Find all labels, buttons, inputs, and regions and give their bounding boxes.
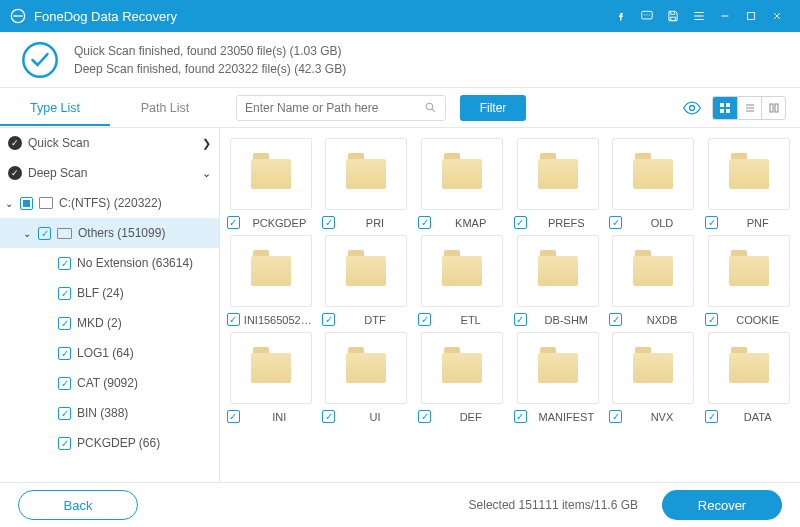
file-label: NVX <box>626 411 697 423</box>
tree-label: BLF (24) <box>77 286 211 300</box>
file-thumb <box>325 332 407 404</box>
svg-rect-14 <box>775 104 778 112</box>
view-detail-button[interactable] <box>761 97 785 119</box>
checkbox-icon[interactable]: ✓ <box>514 216 527 229</box>
app-title: FoneDog Data Recovery <box>34 9 608 24</box>
checkbox-icon[interactable]: ✓ <box>58 317 71 330</box>
file-item[interactable]: ✓DB-SHM <box>513 235 603 326</box>
checkbox-icon[interactable]: ✓ <box>322 216 335 229</box>
file-item[interactable]: ✓UI <box>322 332 412 423</box>
back-button[interactable]: Back <box>18 490 138 520</box>
checkbox-icon[interactable]: ✓ <box>58 437 71 450</box>
checkbox-icon[interactable]: ✓ <box>58 377 71 390</box>
checkbox-icon[interactable]: ✓ <box>418 313 431 326</box>
search-input-wrap[interactable] <box>236 95 446 121</box>
checkbox-icon[interactable]: ✓ <box>58 257 71 270</box>
feedback-icon[interactable] <box>634 3 660 29</box>
tree-item[interactable]: ✓BLF (24) <box>0 278 219 308</box>
maximize-icon[interactable] <box>738 3 764 29</box>
folder-icon <box>57 228 72 239</box>
view-grid-button[interactable] <box>713 97 737 119</box>
tree-label: Quick Scan <box>28 136 196 150</box>
file-item[interactable]: ✓COOKIE <box>704 235 794 326</box>
file-item[interactable]: ✓NXDB <box>609 235 699 326</box>
tree-item[interactable]: ✓LOG1 (64) <box>0 338 219 368</box>
tab-path-list[interactable]: Path List <box>110 91 220 125</box>
file-item[interactable]: ✓DTF <box>322 235 412 326</box>
checkbox-icon[interactable]: ✓ <box>58 347 71 360</box>
tab-type-list[interactable]: Type List <box>0 91 110 125</box>
checkbox-icon[interactable]: ✓ <box>227 410 240 423</box>
file-item[interactable]: ✓PNF <box>704 138 794 229</box>
tree-item[interactable]: ✓CAT (9092) <box>0 368 219 398</box>
checkbox-icon[interactable]: ✓ <box>514 410 527 423</box>
minimize-icon[interactable] <box>712 3 738 29</box>
filter-button[interactable]: Filter <box>460 95 526 121</box>
titlebar: FoneDog Data Recovery <box>0 0 800 32</box>
file-item[interactable]: ✓MANIFEST <box>513 332 603 423</box>
folder-icon <box>442 353 482 383</box>
checkbox-icon[interactable]: ✓ <box>705 313 718 326</box>
tree-item[interactable]: ✓MKD (2) <box>0 308 219 338</box>
checkbox-icon[interactable]: ✓ <box>418 410 431 423</box>
file-label: DEF <box>435 411 506 423</box>
file-item[interactable]: ✓KMAP <box>417 138 507 229</box>
svg-point-6 <box>23 43 56 76</box>
file-label: INI1565052569 <box>244 314 315 326</box>
checkbox-icon[interactable]: ✓ <box>609 313 622 326</box>
tree-others[interactable]: ⌄ ✓ Others (151099) <box>0 218 219 248</box>
tree-item[interactable]: ✓PCKGDEP (66) <box>0 428 219 458</box>
checkbox-icon[interactable]: ✓ <box>58 287 71 300</box>
view-list-button[interactable] <box>737 97 761 119</box>
search-input[interactable] <box>245 101 424 115</box>
checkbox-icon[interactable]: ✓ <box>514 313 527 326</box>
svg-rect-11 <box>720 109 724 113</box>
file-thumb <box>230 332 312 404</box>
tree-item[interactable]: ✓No Extension (63614) <box>0 248 219 278</box>
checkbox-icon[interactable]: ✓ <box>609 216 622 229</box>
file-item[interactable]: ✓ETL <box>417 235 507 326</box>
file-label: KMAP <box>435 217 506 229</box>
svg-point-7 <box>426 103 433 110</box>
checkbox-icon[interactable]: ✓ <box>322 410 335 423</box>
folder-icon <box>346 159 386 189</box>
file-item[interactable]: ✓PCKGDEP <box>226 138 316 229</box>
close-icon[interactable] <box>764 3 790 29</box>
save-icon[interactable] <box>660 3 686 29</box>
checkbox-icon[interactable]: ✓ <box>322 313 335 326</box>
checkbox-icon[interactable]: ✓ <box>58 407 71 420</box>
menu-icon[interactable] <box>686 3 712 29</box>
file-label: INI <box>244 411 315 423</box>
file-item[interactable]: ✓NVX <box>609 332 699 423</box>
facebook-icon[interactable] <box>608 3 634 29</box>
file-item[interactable]: ✓INI <box>226 332 316 423</box>
tree-quick-scan[interactable]: ✓ Quick Scan ❯ <box>0 128 219 158</box>
recover-button[interactable]: Recover <box>662 490 782 520</box>
checkbox-icon[interactable]: ✓ <box>227 313 240 326</box>
tree-item[interactable]: ✓BIN (388) <box>0 398 219 428</box>
file-item[interactable]: ✓OLD <box>609 138 699 229</box>
checkbox-icon[interactable]: ✓ <box>38 227 51 240</box>
svg-point-8 <box>690 105 695 110</box>
list-tabs: Type List Path List <box>0 91 220 125</box>
file-item[interactable]: ✓PREFS <box>513 138 603 229</box>
file-item[interactable]: ✓DEF <box>417 332 507 423</box>
checkbox-icon[interactable]: ✓ <box>609 410 622 423</box>
checkbox-icon[interactable]: ✓ <box>418 216 431 229</box>
file-item[interactable]: ✓DATA <box>704 332 794 423</box>
file-thumb <box>421 138 503 210</box>
file-thumb <box>325 138 407 210</box>
file-item[interactable]: ✓PRI <box>322 138 412 229</box>
checkbox-icon[interactable]: ✓ <box>705 216 718 229</box>
preview-icon[interactable] <box>682 98 702 118</box>
file-item[interactable]: ✓INI1565052569 <box>226 235 316 326</box>
file-label: ETL <box>435 314 506 326</box>
checkbox-icon[interactable] <box>20 197 33 210</box>
complete-check-icon <box>20 40 60 80</box>
tree-deep-scan[interactable]: ✓ Deep Scan ⌄ <box>0 158 219 188</box>
tree-drive[interactable]: ⌄ C:(NTFS) (220322) <box>0 188 219 218</box>
folder-icon <box>251 353 291 383</box>
footer: Back Selected 151111 items/11.6 GB Recov… <box>0 482 800 527</box>
checkbox-icon[interactable]: ✓ <box>227 216 240 229</box>
checkbox-icon[interactable]: ✓ <box>705 410 718 423</box>
